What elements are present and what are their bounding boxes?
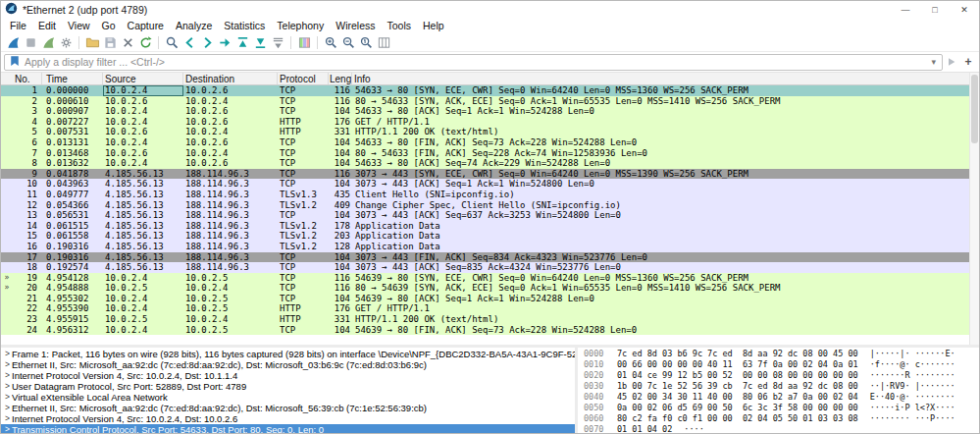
detail-row[interactable]: >Internet Protocol Version 4, Src: 10.0.… [1,413,575,424]
display-filter-input[interactable]: Apply a display filter ... <Ctrl-/> ▾ [4,54,943,71]
scrollbar-thumb[interactable] [971,75,978,143]
packet-row[interactable]: 180.1925744.185.56.13188.114.96.3TCP1043… [1,262,979,273]
packet-row[interactable]: »204.95488810.0.2.510.0.2.4TCP11680 → 54… [1,283,979,294]
packet-row[interactable]: 110.0497774.185.56.13188.114.96.3TLSv1.3… [1,190,979,200]
column-header-length[interactable]: Length [329,73,352,84]
menu-edit[interactable]: Edit [32,20,62,31]
packet-row[interactable]: 100.0439634.185.56.13188.114.96.3TCP1043… [1,179,979,190]
close-file-button-icon[interactable] [119,34,136,51]
expander-icon[interactable]: > [1,392,12,403]
open-file-button-icon[interactable] [83,34,101,51]
bookmark-icon[interactable] [9,54,21,71]
packet-row[interactable]: 150.0615584.185.56.13188.114.96.3TLSv1.2… [1,231,979,242]
column-header-info[interactable]: Info [352,73,979,84]
menu-help[interactable]: Help [417,20,450,31]
auto-scroll-button-icon[interactable] [269,34,286,51]
cell-no: 10 [13,179,42,190]
hex-row[interactable]: 004045 02 00 34 30 11 40 00 80 06 b2 a7 … [584,392,979,403]
go-to-packet-button-icon[interactable] [216,34,233,51]
expander-icon[interactable]: > [1,349,12,359]
row-mark [1,127,13,137]
packet-row[interactable]: 140.0615154.185.56.13188.114.96.3TLSv1.2… [1,221,979,232]
detail-row[interactable]: >Virtual eXtensible Local Area Network [1,392,575,403]
expander-icon[interactable]: > [1,403,12,413]
hex-row[interactable]: 002001 04 ce 99 12 b5 00 52 00 00 08 00 … [584,370,979,381]
zoom-orig-button-icon[interactable] [357,34,375,51]
packet-row[interactable]: 50.00753110.0.2.610.0.2.4HTTP331HTTP/1.1… [1,127,979,137]
column-header-destination[interactable]: Destination [183,73,278,84]
hex-row[interactable]: 00500a 00 02 06 d5 69 00 50 6c 3c 3f 58 … [584,403,979,413]
close-button[interactable]: ✕ [950,1,979,18]
go-forward-button-icon[interactable] [198,34,216,51]
hex-row[interactable]: 006080 c2 fa f0 c0 f1 00 00 02 04 05 50 … [584,413,979,424]
packet-row[interactable]: 130.0565314.185.56.13188.114.96.3TCP1043… [1,210,979,221]
packet-row[interactable]: 60.01313110.0.2.410.0.2.6TCP10454633 → 8… [1,137,979,148]
packet-row[interactable]: 40.00722710.0.2.410.0.2.6HTTP176GET / HT… [1,117,979,128]
filter-expression-dropdown-icon[interactable]: ▾ [929,57,938,67]
packet-row[interactable]: 10.00000010.0.2.410.0.2.6TCP11654633 → 8… [1,85,979,96]
expander-icon[interactable]: > [1,413,12,424]
go-last-button-icon[interactable] [251,34,269,51]
packet-row[interactable]: 20.00061010.0.2.610.0.2.4TCP11680 → 5463… [1,96,979,107]
expander-icon[interactable]: > [1,424,12,433]
packet-row[interactable]: 120.0543664.185.56.13188.114.96.3TLSv1.2… [1,200,979,211]
menu-wireless[interactable]: Wireless [330,20,381,31]
menu-file[interactable]: File [4,20,32,31]
packet-row[interactable]: 214.95530210.0.2.410.0.2.5TCP10454639 → … [1,294,979,304]
column-header-source[interactable]: Source [103,73,183,84]
menu-view[interactable]: View [62,20,96,31]
packet-row[interactable]: 80.01363210.0.2.410.0.2.6TCP10454633 → 8… [1,158,979,169]
hex-ascii: ·f····@· c······· [870,359,955,370]
detail-row[interactable]: >Ethernet II, Src: Microsoft_aa:92:dc (7… [1,403,575,413]
go-back-button-icon[interactable] [181,34,198,51]
fit-columns-button-icon[interactable] [375,34,392,51]
detail-row[interactable]: >Internet Protocol Version 4, Src: 10.0.… [1,370,575,381]
hex-row[interactable]: 007001 01 04 02···· [584,424,979,433]
stop-capture-button-icon[interactable] [22,34,39,51]
packet-row[interactable]: »194.95412810.0.2.410.0.2.5TCP11654639 →… [1,273,979,284]
packet-row[interactable]: 170.1903164.185.56.13188.114.96.3TCP1043… [1,252,979,263]
column-header-time[interactable]: Time [42,73,103,84]
detail-row[interactable]: >User Datagram Protocol, Src Port: 52889… [1,381,575,392]
expander-icon[interactable]: > [1,381,12,392]
colorize-button-icon[interactable] [295,34,313,51]
packet-row[interactable]: 70.01346810.0.2.610.0.2.4TCP10480 → 5463… [1,148,979,159]
menu-tools[interactable]: Tools [381,20,417,31]
menu-statistics[interactable]: Statistics [218,20,271,31]
packet-row[interactable]: 244.95631210.0.2.410.0.2.5TCP10454639 → … [1,325,979,336]
reload-button-icon[interactable] [136,34,154,51]
expander-icon[interactable]: > [1,370,12,381]
packet-row[interactable]: 160.1903164.185.56.13188.114.96.3TLSv1.2… [1,242,979,252]
menu-go[interactable]: Go [96,20,122,31]
zoom-in-button-icon[interactable] [322,34,339,51]
expander-icon[interactable]: > [1,359,12,370]
save-file-button-icon[interactable] [101,34,119,51]
packet-row[interactable]: 90.0418784.185.56.13188.114.96.3TCP11630… [1,169,979,180]
menu-capture[interactable]: Capture [122,20,170,31]
column-header-protocol[interactable]: Protocol [278,73,329,84]
restart-capture-button-icon[interactable] [39,34,57,51]
add-filter-button-icon[interactable]: + [960,55,976,69]
column-header-no[interactable]: No. [1,73,42,84]
start-capture-button-icon[interactable] [4,34,22,51]
row-mark [1,242,13,252]
detail-row[interactable]: >Ethernet II, Src: Microsoft_aa:92:dc (7… [1,359,575,370]
packet-row[interactable]: 234.95591510.0.2.510.0.2.4HTTP331HTTP/1.… [1,314,979,325]
zoom-out-button-icon[interactable] [339,34,357,51]
menu-telephony[interactable]: Telephony [271,20,330,31]
maximize-button[interactable]: □ [920,1,950,18]
detail-row[interactable]: >Transmission Control Protocol, Src Port… [1,424,575,433]
packet-row[interactable]: 30.00090710.0.2.410.0.2.6TCP10454633 → 8… [1,106,979,117]
hex-row[interactable]: 001000 66 00 00 00 00 40 11 63 7f 0a 00 … [584,359,979,370]
find-packet-button-icon[interactable] [163,34,181,51]
packet-row[interactable]: 224.95539010.0.2.410.0.2.5HTTP176GET / H… [1,303,979,314]
hex-row[interactable]: 00007c ed 8d 03 b6 9c 7c ed 8d aa 92 dc … [584,349,979,359]
minimize-button[interactable]: — [891,1,920,18]
capture-options-button-icon[interactable] [57,34,75,51]
detail-row[interactable]: >Frame 1: Packet, 116 bytes on wire (928… [1,349,575,359]
go-first-button-icon[interactable] [233,34,251,51]
menu-analyze[interactable]: Analyze [170,20,218,31]
packet-list-scrollbar[interactable] [969,73,979,345]
apply-filter-button[interactable] [943,56,960,68]
hex-row[interactable]: 00301b 00 7c 1e 52 56 39 cb 7c ed 8d aa … [584,381,979,392]
